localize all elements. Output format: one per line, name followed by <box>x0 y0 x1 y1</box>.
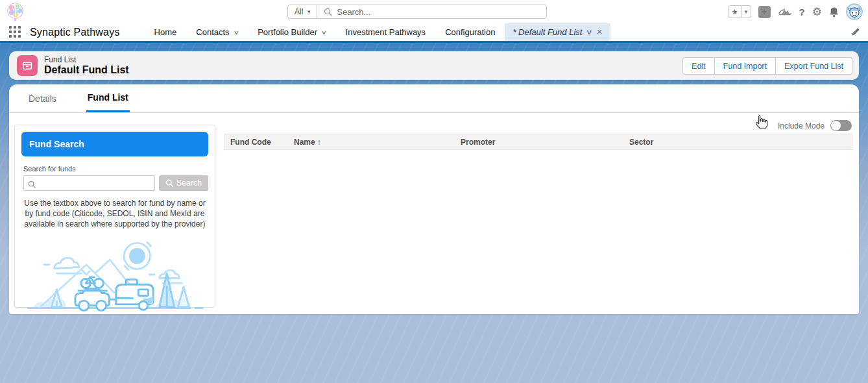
setup-gear-icon[interactable]: ⚙ <box>812 5 822 19</box>
page-header-text: Fund List Default Fund List <box>44 55 129 76</box>
search-icon <box>324 8 332 16</box>
app-nav-bar: Synaptic Pathways Home Contacts ∨ Portfo… <box>0 23 868 41</box>
favorite-star-icon[interactable]: ★ <box>728 5 742 18</box>
chevron-down-icon: ▼ <box>306 9 311 15</box>
nav-tab-investment-pathways[interactable]: Investment Pathways <box>336 23 436 41</box>
chevron-down-icon[interactable]: ∨ <box>586 28 593 36</box>
global-search: All ▼ <box>287 5 547 19</box>
salesforce-console: All ▼ ★ ▼ + ? ⚙ <box>0 0 868 383</box>
nav-tab-portfolio-builder[interactable]: Portfolio Builder ∨ <box>248 23 335 41</box>
trailhead-mountain-icon[interactable] <box>778 6 792 18</box>
sort-ascending-icon: ↑ <box>317 138 321 147</box>
company-logo-brain-icon <box>5 1 26 23</box>
tab-fund-list[interactable]: Fund List <box>86 84 130 112</box>
camping-illustration <box>21 234 208 318</box>
fund-import-button[interactable]: Fund Import <box>715 57 776 75</box>
nav-tabs: Home Contacts ∨ Portfolio Builder ∨ Inve… <box>145 23 610 41</box>
page-canvas: Fund List Default Fund List Edit Fund Im… <box>0 41 868 383</box>
help-question-icon[interactable]: ? <box>799 6 805 18</box>
include-mode-row: Include Mode <box>224 119 853 132</box>
tab-details[interactable]: Details <box>27 84 58 112</box>
fund-list-record-icon <box>17 55 38 76</box>
column-header-fund-code[interactable]: Fund Code <box>230 138 271 147</box>
app-name: Synaptic Pathways <box>30 27 120 38</box>
favorites-control: ★ ▼ <box>728 5 751 18</box>
fund-search-row: Search <box>23 175 208 191</box>
chevron-down-icon[interactable]: ∨ <box>321 29 327 36</box>
nav-tab-default-fund-list-active[interactable]: * Default Fund List ∨ ✕ <box>505 23 610 41</box>
column-header-promoter[interactable]: Promoter <box>461 138 495 147</box>
search-scope-dropdown[interactable]: All ▼ <box>288 5 317 18</box>
page-actions: Edit Fund Import Export Fund List <box>682 57 852 75</box>
fund-search-button[interactable]: Search <box>159 175 208 191</box>
page-header-card: Fund List Default Fund List Edit Fund Im… <box>9 51 859 80</box>
favorites-dropdown-icon[interactable]: ▼ <box>742 5 751 18</box>
fund-table-region: Include Mode Fund Code Name↑ Promoter Se… <box>224 119 853 150</box>
column-header-sector[interactable]: Sector <box>629 138 653 147</box>
column-header-name[interactable]: Name↑ <box>294 138 321 147</box>
fund-table-header: Fund Code Name↑ Promoter Sector <box>224 134 853 150</box>
toggle-knob <box>831 121 841 130</box>
nav-tab-configuration[interactable]: Configuration <box>435 23 505 41</box>
chevron-down-icon[interactable]: ∨ <box>233 29 239 36</box>
global-actions-plus-icon[interactable]: + <box>758 6 771 18</box>
search-for-funds-label: Search for funds <box>23 165 215 173</box>
main-content-card: Details Fund List Fund Search Search for… <box>9 84 859 314</box>
include-mode-toggle[interactable] <box>830 120 852 131</box>
edit-nav-pencil-icon[interactable] <box>851 27 860 39</box>
close-tab-icon[interactable]: ✕ <box>596 28 602 36</box>
include-mode-label: Include Mode <box>778 121 825 130</box>
page-title: Default Fund List <box>44 64 129 76</box>
record-type-label: Fund List <box>44 55 129 64</box>
export-fund-list-button[interactable]: Export Fund List <box>776 57 852 75</box>
notifications-bell-icon[interactable] <box>829 6 839 18</box>
search-icon <box>28 179 36 191</box>
record-tabs: Details Fund List <box>9 84 859 113</box>
fund-search-panel: Fund Search Search for funds Search Use … <box>14 125 215 308</box>
search-scope-label: All <box>295 7 303 16</box>
nav-tab-contacts[interactable]: Contacts ∨ <box>186 23 248 41</box>
header-utility-icons: ★ ▼ + ? ⚙ <box>728 3 863 20</box>
global-header: All ▼ ★ ▼ + ? ⚙ <box>0 0 868 23</box>
edit-button[interactable]: Edit <box>682 57 715 75</box>
fund-search-help-text: Use the textbox above to search for fund… <box>20 198 210 230</box>
fund-search-input[interactable] <box>23 175 155 191</box>
fund-search-panel-title: Fund Search <box>21 132 208 156</box>
nav-tab-home[interactable]: Home <box>145 23 187 41</box>
global-search-input[interactable] <box>337 7 546 17</box>
user-avatar-astro[interactable] <box>846 3 863 20</box>
app-launcher-icon[interactable] <box>9 26 21 38</box>
